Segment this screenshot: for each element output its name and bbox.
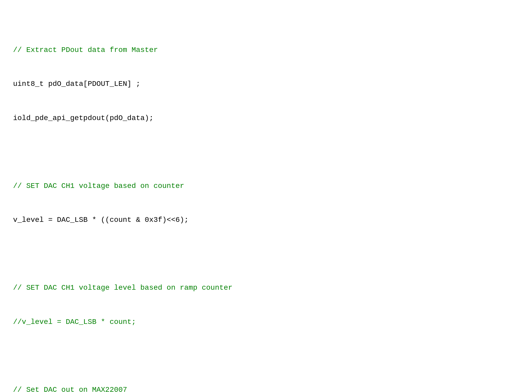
comment-8: // SET DAC CH1 voltage level based on ra…: [13, 284, 232, 292]
line-6: v_level = DAC_LSB * ((count & 0x3f)<<6);: [13, 214, 519, 225]
line-7: [13, 248, 519, 259]
code-editor: // Extract PDout data from Master uint8_…: [13, 10, 519, 392]
line-5: // SET DAC CH1 voltage based on counter: [13, 180, 519, 192]
line-3: iold_pde_api_getpdout(pdO_data);: [13, 112, 519, 124]
line-1: // Extract PDout data from Master: [13, 44, 519, 56]
comment-11: // Set DAC out on MAX22007: [13, 386, 127, 392]
line-11: // Set DAC out on MAX22007: [13, 384, 519, 392]
line-9: //v_level = DAC_LSB * count;: [13, 316, 519, 328]
line-2: uint8_t pdO_data[PDOUT_LEN] ;: [13, 78, 519, 90]
comment-1: // Extract PDout data from Master: [13, 46, 158, 54]
comment-5: // SET DAC CH1 voltage based on counter: [13, 182, 184, 190]
comment-9: //v_level = DAC_LSB * count;: [13, 318, 136, 326]
line-10: [13, 350, 519, 361]
line-4: [13, 146, 519, 158]
line-8: // SET DAC CH1 voltage level based on ra…: [13, 282, 519, 293]
